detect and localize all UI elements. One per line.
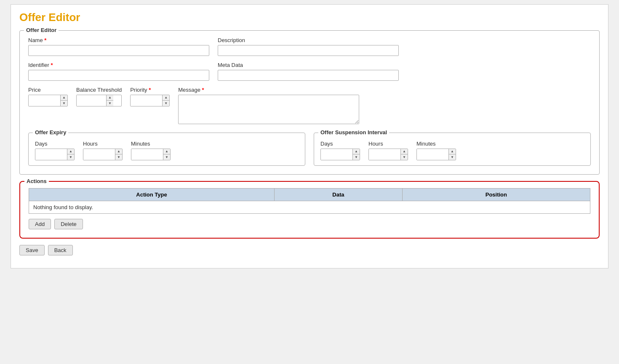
suspension-days-up-button[interactable]: ▲ [353,149,360,154]
expiry-hours-input[interactable] [83,149,115,160]
col-position: Position [402,189,590,201]
name-input[interactable] [28,45,209,56]
suspension-days-input[interactable] [321,149,352,160]
balance-threshold-label: Balance Threshold [76,87,122,93]
offer-suspension-legend: Offer Suspension Interval [318,129,389,136]
suspension-days-down-button[interactable]: ▼ [353,154,360,160]
row-identifier-metadata: Identifier * Meta Data [28,62,591,81]
footer-button-row: Save Back [19,245,600,255]
identifier-group: Identifier * [28,62,209,81]
expiry-days-spinner-btns: ▲ ▼ [67,149,74,160]
priority-group: Priority * ▲ ▼ [130,87,170,106]
suspension-minutes-group: Minutes ▲ ▼ [416,141,456,160]
suspension-days-group: Days ▲ ▼ [320,141,360,160]
suspension-minutes-up-button[interactable]: ▲ [449,149,456,154]
metadata-label: Meta Data [218,62,399,68]
suspension-hours-up-button[interactable]: ▲ [401,149,408,154]
suspension-days-label: Days [320,141,360,147]
expiry-days-spinner-wrap: ▲ ▼ [35,149,75,160]
actions-legend: Actions [24,178,49,184]
expiry-minutes-spinner-wrap: ▲ ▼ [131,149,171,160]
expiry-days-group: Days ▲ ▼ [35,141,75,160]
suspension-spinners: Days ▲ ▼ Hours [320,141,584,160]
description-label: Description [218,37,399,43]
balance-threshold-up-button[interactable]: ▲ [107,95,113,101]
back-button[interactable]: Back [48,245,73,255]
actions-empty-message: Nothing found to display. [29,201,590,214]
name-group: Name * [28,37,209,56]
price-input[interactable] [29,95,60,106]
expiry-hours-down-button[interactable]: ▼ [115,154,122,160]
offer-expiry-fieldset: Offer Expiry Days ▲ ▼ [28,133,305,166]
price-group: Price ▲ ▼ [28,87,68,106]
suspension-minutes-input[interactable] [417,149,448,160]
suspension-days-spinner-btns: ▲ ▼ [352,149,360,160]
expiry-days-up-button[interactable]: ▲ [67,149,74,154]
actions-button-row: Add Delete [29,219,590,229]
row-price-priority-message: Price ▲ ▼ Balance Threshold ▲ ▼ [28,87,591,124]
balance-threshold-spinner-wrap: ▲ ▼ [76,95,122,106]
suspension-hours-spinner-btns: ▲ ▼ [400,149,408,160]
expiry-minutes-spinner-btns: ▲ ▼ [163,149,170,160]
identifier-label: Identifier * [28,62,209,68]
expiry-days-input[interactable] [35,149,67,160]
price-label: Price [28,87,68,93]
actions-fieldset: Actions Action Type Data Position Nothin… [19,181,600,239]
offer-expiry-legend: Offer Expiry [33,129,68,136]
expiry-hours-group: Hours ▲ ▼ [83,141,123,160]
description-input[interactable] [218,45,399,56]
save-button[interactable]: Save [19,245,45,255]
message-textarea[interactable] [178,95,359,124]
page-title: Offer Editor [19,11,600,24]
expiry-days-label: Days [35,141,75,147]
price-spinner-btns: ▲ ▼ [60,95,67,106]
price-down-button[interactable]: ▼ [61,101,67,106]
expiry-minutes-down-button[interactable]: ▼ [163,154,170,160]
suspension-hours-label: Hours [368,141,408,147]
priority-input[interactable] [131,95,162,106]
metadata-group: Meta Data [218,62,399,81]
message-label: Message * [178,87,359,93]
expiry-hours-label: Hours [83,141,123,147]
priority-up-button[interactable]: ▲ [163,95,169,101]
priority-spinner-btns: ▲ ▼ [162,95,169,106]
offer-editor-legend: Offer Editor [24,27,59,33]
col-data: Data [275,189,403,201]
balance-threshold-input[interactable] [77,95,106,106]
expiry-minutes-up-button[interactable]: ▲ [163,149,170,154]
expiry-minutes-input[interactable] [131,149,163,160]
expiry-hours-spinner-btns: ▲ ▼ [115,149,122,160]
delete-button[interactable]: Delete [54,219,83,229]
suspension-minutes-label: Minutes [416,141,456,147]
suspension-hours-group: Hours ▲ ▼ [368,141,408,160]
suspension-minutes-spinner-wrap: ▲ ▼ [416,149,456,160]
balance-threshold-group: Balance Threshold ▲ ▼ [76,87,122,106]
col-action-type: Action Type [29,189,275,201]
expiry-hours-up-button[interactable]: ▲ [115,149,122,154]
add-button[interactable]: Add [29,219,51,229]
expiry-days-down-button[interactable]: ▼ [67,154,74,160]
actions-empty-row: Nothing found to display. [29,201,590,214]
offer-editor-fieldset: Offer Editor Name * Description Identifi… [19,30,600,175]
actions-table: Action Type Data Position Nothing found … [29,188,590,214]
actions-table-header: Action Type Data Position [29,189,590,201]
suspension-days-spinner-wrap: ▲ ▼ [320,149,360,160]
expiry-minutes-label: Minutes [131,141,171,147]
name-label: Name * [28,37,209,43]
metadata-input[interactable] [218,70,399,81]
suspension-hours-down-button[interactable]: ▼ [401,154,408,160]
priority-spinner-wrap: ▲ ▼ [130,95,170,106]
suspension-hours-input[interactable] [369,149,400,160]
priority-label: Priority * [130,87,170,93]
offer-suspension-fieldset: Offer Suspension Interval Days ▲ ▼ [314,133,591,166]
suspension-minutes-down-button[interactable]: ▼ [449,154,456,160]
expiry-spinners: Days ▲ ▼ Hours [35,141,299,160]
price-up-button[interactable]: ▲ [61,95,67,101]
row-name-description: Name * Description [28,37,591,56]
message-group: Message * [178,87,359,124]
balance-threshold-down-button[interactable]: ▼ [107,101,113,106]
suspension-minutes-spinner-btns: ▲ ▼ [448,149,456,160]
priority-down-button[interactable]: ▼ [163,101,169,106]
identifier-input[interactable] [28,70,209,81]
price-spinner-wrap: ▲ ▼ [28,95,68,106]
